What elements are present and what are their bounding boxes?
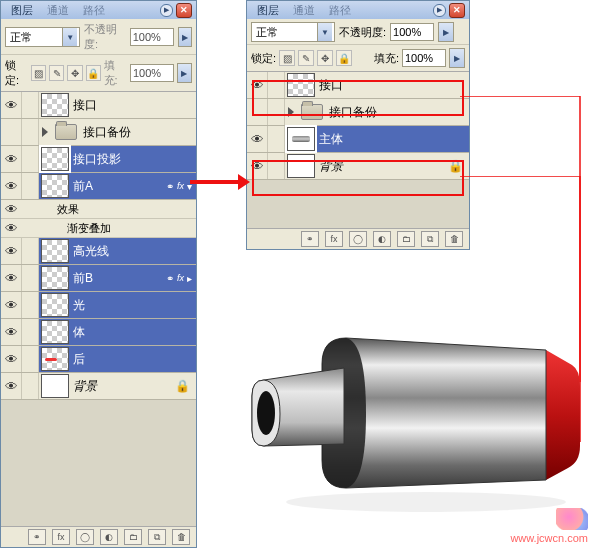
layer-thumbnail[interactable] xyxy=(287,127,315,151)
layer-thumbnail[interactable] xyxy=(41,147,69,171)
panel-menu-icon[interactable]: ▶ xyxy=(160,4,173,17)
eye-icon[interactable]: 👁 xyxy=(5,202,18,217)
layer-row[interactable]: 👁 前A ⚭fx▾ xyxy=(1,173,196,200)
layer-row[interactable]: 👁 接口 xyxy=(1,92,196,119)
folder-icon xyxy=(301,104,323,120)
fx-badge[interactable]: fx xyxy=(177,273,184,283)
eye-icon[interactable]: 👁 xyxy=(5,244,18,259)
eye-icon[interactable]: 👁 xyxy=(5,179,18,194)
eye-icon[interactable]: 👁 xyxy=(5,271,18,286)
layer-thumbnail[interactable] xyxy=(41,347,69,371)
eye-icon[interactable]: 👁 xyxy=(5,152,18,167)
eye-icon[interactable]: 👁 xyxy=(5,298,18,313)
tab-channels[interactable]: 通道 xyxy=(41,2,75,19)
adjustment-layer-icon[interactable]: ◐ xyxy=(100,529,118,545)
eye-icon[interactable]: 👁 xyxy=(5,98,18,113)
arrow-annotation xyxy=(190,172,250,192)
lock-pixels-icon[interactable]: ✎ xyxy=(49,65,64,81)
new-group-icon[interactable]: 🗀 xyxy=(124,529,142,545)
layer-thumbnail[interactable] xyxy=(41,239,69,263)
lock-label: 锁定: xyxy=(5,58,28,88)
opacity-flyout-icon[interactable]: ▶ xyxy=(178,27,192,47)
fill-input[interactable] xyxy=(130,64,174,82)
layer-name: 接口备份 xyxy=(329,104,381,121)
tab-layers[interactable]: 图层 xyxy=(5,2,39,19)
fx-badge[interactable]: fx xyxy=(177,181,184,191)
layer-mask-icon[interactable]: ◯ xyxy=(76,529,94,545)
layer-row-background[interactable]: 👁 背景 🔒 xyxy=(247,153,469,180)
layer-thumbnail[interactable] xyxy=(287,154,315,178)
lock-transparency-icon[interactable]: ▨ xyxy=(31,65,46,81)
layer-row-selected[interactable]: 👁 主体 xyxy=(247,126,469,153)
blend-mode-select[interactable]: 正常 ▼ xyxy=(5,27,80,47)
layer-row[interactable]: 👁 前B ⚭fx▸ xyxy=(1,265,196,292)
eye-icon[interactable]: 👁 xyxy=(5,352,18,367)
opacity-label: 不透明度: xyxy=(84,22,126,52)
close-icon[interactable]: ✕ xyxy=(176,3,192,18)
panel-menu-icon[interactable]: ▶ xyxy=(433,4,446,17)
chevron-down-icon: ▼ xyxy=(62,28,77,46)
layer-thumbnail[interactable] xyxy=(41,374,69,398)
new-layer-icon[interactable]: ⧉ xyxy=(148,529,166,545)
layer-thumbnail[interactable] xyxy=(287,73,315,97)
opacity-flyout-icon[interactable]: ▶ xyxy=(438,22,454,42)
disclosure-icon[interactable] xyxy=(42,127,48,137)
lock-all-icon[interactable]: 🔒 xyxy=(86,65,101,81)
layer-name: 光 xyxy=(73,297,89,314)
layer-row-group[interactable]: 接口备份 xyxy=(247,99,469,126)
layer-thumbnail[interactable] xyxy=(41,174,69,198)
lock-position-icon[interactable]: ✥ xyxy=(67,65,82,81)
opacity-input[interactable] xyxy=(390,23,434,41)
layer-row-background[interactable]: 👁 背景 🔒 xyxy=(1,373,196,400)
effect-item-row[interactable]: 👁 渐变叠加 xyxy=(1,219,196,238)
eye-icon[interactable]: 👁 xyxy=(251,78,264,93)
layer-thumbnail[interactable] xyxy=(41,320,69,344)
fill-flyout-icon[interactable]: ▶ xyxy=(449,48,465,68)
lock-position-icon[interactable]: ✥ xyxy=(317,50,333,66)
link-layers-icon[interactable]: ⚭ xyxy=(28,529,46,545)
layer-thumbnail[interactable] xyxy=(41,293,69,317)
layer-row[interactable]: 👁 体 xyxy=(1,319,196,346)
layer-row[interactable]: 👁 后 xyxy=(1,346,196,373)
lock-all-icon[interactable]: 🔒 xyxy=(336,50,352,66)
new-group-icon[interactable]: 🗀 xyxy=(397,231,415,247)
lock-icon: 🔒 xyxy=(448,159,463,173)
fill-flyout-icon[interactable]: ▶ xyxy=(177,63,192,83)
new-layer-icon[interactable]: ⧉ xyxy=(421,231,439,247)
layer-style-icon[interactable]: fx xyxy=(52,529,70,545)
eye-icon[interactable]: 👁 xyxy=(5,221,18,236)
delete-layer-icon[interactable]: 🗑 xyxy=(445,231,463,247)
layer-row[interactable]: 👁 高光线 xyxy=(1,238,196,265)
layer-mask-icon[interactable]: ◯ xyxy=(349,231,367,247)
link-layers-icon[interactable]: ⚭ xyxy=(301,231,319,247)
butterfly-logo-icon xyxy=(556,508,588,530)
blend-mode-select[interactable]: 正常 ▼ xyxy=(251,22,335,42)
disclosure-icon[interactable] xyxy=(288,107,294,117)
tab-channels[interactable]: 通道 xyxy=(287,2,321,19)
tab-paths[interactable]: 路径 xyxy=(323,2,357,19)
layer-thumbnail[interactable] xyxy=(41,266,69,290)
watermark-text: www.jcwcn.com xyxy=(510,532,588,544)
eye-icon[interactable]: 👁 xyxy=(5,325,18,340)
layer-row-selected[interactable]: 👁 接口投影 xyxy=(1,146,196,173)
layer-name: 接口 xyxy=(73,97,101,114)
layer-style-icon[interactable]: fx xyxy=(325,231,343,247)
lock-transparency-icon[interactable]: ▨ xyxy=(279,50,295,66)
layer-row-group[interactable]: 接口备份 xyxy=(1,119,196,146)
eye-icon[interactable]: 👁 xyxy=(5,379,18,394)
delete-layer-icon[interactable]: 🗑 xyxy=(172,529,190,545)
fill-input[interactable] xyxy=(402,49,446,67)
effects-header-row[interactable]: 👁 效果 xyxy=(1,200,196,219)
layer-row[interactable]: 👁 光 xyxy=(1,292,196,319)
layer-row[interactable]: 👁 接口 xyxy=(247,72,469,99)
lock-pixels-icon[interactable]: ✎ xyxy=(298,50,314,66)
opacity-input[interactable] xyxy=(130,28,174,46)
tab-layers[interactable]: 图层 xyxy=(251,2,285,19)
eye-icon[interactable]: 👁 xyxy=(251,159,264,174)
layer-thumbnail[interactable] xyxy=(41,93,69,117)
tab-paths[interactable]: 路径 xyxy=(77,2,111,19)
blend-opacity-row: 正常 ▼ 不透明度: ▶ xyxy=(1,19,196,55)
adjustment-layer-icon[interactable]: ◐ xyxy=(373,231,391,247)
close-icon[interactable]: ✕ xyxy=(449,3,465,18)
eye-icon[interactable]: 👁 xyxy=(251,132,264,147)
